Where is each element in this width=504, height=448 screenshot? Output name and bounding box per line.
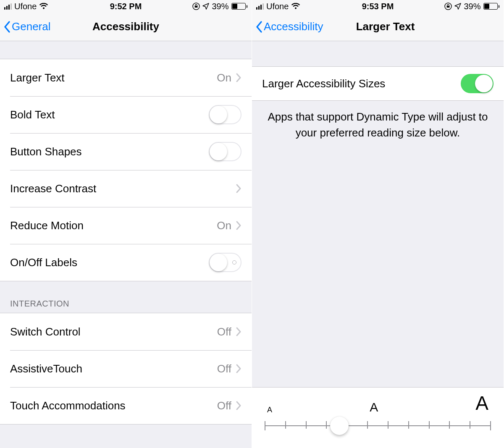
- text-size-slider-dock: A A A: [252, 387, 504, 448]
- chevron-right-icon: [236, 364, 242, 373]
- row-larger-text[interactable]: Larger Text On: [0, 59, 252, 96]
- signal-icon: [256, 3, 264, 10]
- row-label: Button Shapes: [10, 145, 209, 158]
- row-button-shapes[interactable]: Button Shapes: [0, 133, 252, 170]
- back-button[interactable]: General: [0, 20, 51, 33]
- rotation-lock-icon: [192, 3, 200, 10]
- battery-icon: [483, 3, 500, 10]
- dynamic-type-description: Apps that support Dynamic Type will adju…: [252, 101, 504, 141]
- letter-mid-icon: A: [370, 400, 378, 414]
- row-label: Larger Text: [10, 71, 217, 84]
- location-icon: [202, 3, 209, 10]
- row-touch-accommodations[interactable]: Touch Accommodations Off: [0, 387, 252, 424]
- row-value: Off: [217, 399, 231, 412]
- row-label: Reduce Motion: [10, 219, 217, 232]
- row-increase-contrast[interactable]: Increase Contrast: [0, 170, 252, 207]
- carrier-label: Ufone: [14, 2, 37, 11]
- row-bold-text[interactable]: Bold Text: [0, 96, 252, 133]
- screen-larger-text: Ufone 9:53 PM 39% Accessibility L: [252, 0, 504, 448]
- toggle-onoff-labels[interactable]: [209, 253, 242, 272]
- larger-sizes-group: Larger Accessibility Sizes: [252, 66, 504, 101]
- rotation-lock-icon: [444, 3, 452, 10]
- group-header: INTERACTION: [0, 281, 252, 313]
- row-onoff-labels[interactable]: On/Off Labels: [0, 244, 252, 281]
- signal-icon: [4, 3, 12, 10]
- row-value: Off: [217, 325, 231, 338]
- location-icon: [454, 3, 461, 10]
- nav-bar: Accessibility Larger Text: [252, 13, 504, 41]
- chevron-right-icon: [236, 73, 242, 82]
- chevron-right-icon: [236, 221, 242, 230]
- row-reduce-motion[interactable]: Reduce Motion On: [0, 207, 252, 244]
- battery-pct: 39%: [464, 2, 480, 11]
- row-switch-control[interactable]: Switch Control Off: [0, 313, 252, 350]
- letter-large-icon: A: [475, 392, 488, 414]
- slider-scale-labels: A A A: [265, 392, 491, 415]
- row-label: Switch Control: [10, 325, 217, 338]
- battery-pct: 39%: [212, 2, 228, 11]
- wifi-icon: [39, 3, 48, 10]
- row-label: Increase Contrast: [10, 182, 236, 195]
- text-size-slider[interactable]: [265, 416, 491, 435]
- row-label: Larger Accessibility Sizes: [262, 77, 461, 90]
- row-value: Off: [217, 362, 231, 375]
- toggle-button-shapes[interactable]: [209, 142, 242, 161]
- toggle-bold-text[interactable]: [209, 105, 242, 124]
- status-bar: Ufone 9:52 PM 39%: [0, 0, 252, 13]
- letter-small-icon: A: [267, 406, 272, 414]
- battery-icon: [231, 3, 248, 10]
- wifi-icon: [291, 3, 300, 10]
- status-time: 9:53 PM: [337, 2, 418, 11]
- chevron-right-icon: [236, 401, 242, 410]
- row-label: Touch Accommodations: [10, 399, 217, 412]
- chevron-right-icon: [236, 184, 242, 193]
- nav-bar: General Accessibility: [0, 13, 252, 41]
- chevron-right-icon: [236, 327, 242, 336]
- chevron-left-icon: [3, 21, 11, 33]
- status-bar: Ufone 9:53 PM 39%: [252, 0, 504, 13]
- slider-thumb[interactable]: [330, 417, 349, 435]
- row-label: Bold Text: [10, 108, 209, 121]
- chevron-left-icon: [255, 21, 263, 33]
- back-button[interactable]: Accessibility: [252, 20, 323, 33]
- status-time: 9:52 PM: [85, 2, 166, 11]
- row-value: On: [217, 71, 231, 84]
- row-assistive-touch[interactable]: AssistiveTouch Off: [0, 350, 252, 387]
- screen-accessibility: Ufone 9:52 PM 39% General Accessi: [0, 0, 252, 448]
- interaction-group: INTERACTION Switch Control Off Assistive…: [0, 281, 252, 424]
- back-label: General: [12, 20, 51, 33]
- toggle-larger-accessibility-sizes[interactable]: [461, 74, 494, 93]
- row-value: On: [217, 219, 231, 232]
- row-label: AssistiveTouch: [10, 362, 217, 375]
- row-larger-accessibility-sizes[interactable]: Larger Accessibility Sizes: [252, 67, 504, 100]
- display-settings-group: Larger Text On Bold Text Button Shapes I…: [0, 59, 252, 281]
- carrier-label: Ufone: [266, 2, 289, 11]
- row-label: On/Off Labels: [10, 256, 209, 269]
- back-label: Accessibility: [264, 20, 323, 33]
